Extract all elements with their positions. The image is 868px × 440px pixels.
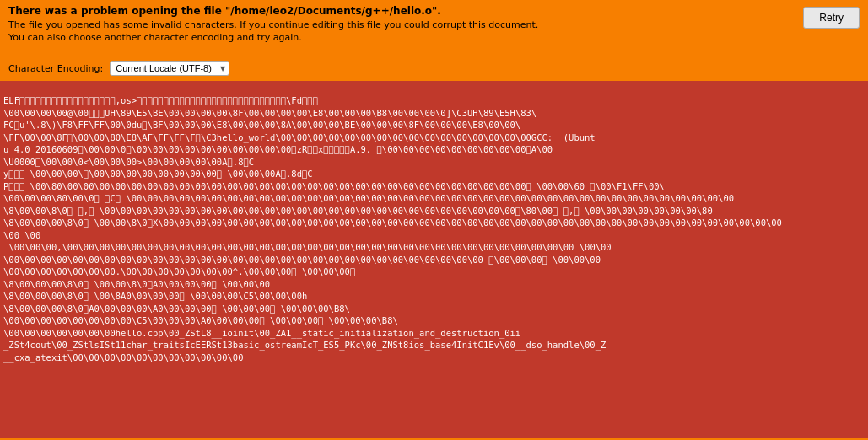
content-line: \00\00\00\00\00\00\00.\00\00\00\00\00\00… [0,266,868,277]
content-line: \00\00\00\00\00\00\00\00\00\00\00\00\00\… [0,254,868,266]
content-line: \00\00\00\00\00\00\00hello.cpp\00_ZStL8_… [0,327,868,339]
warning-desc: The file you opened has some invalid cha… [8,19,860,45]
content-line: \00\00\00\80\00\0   C  \00\00\00\00\00\0… [0,192,868,204]
warning-line1: The file you opened has some invalid cha… [8,19,538,30]
retry-button[interactable]: Retry [803,7,860,29]
content-line: \8\00\00\00\8\0  \00\00\8\0 X\00\00\00\0… [0,217,868,228]
content-line: \00\00\00,\00\00\00\00\00\00\00\00\00\00… [0,241,868,253]
content-line: u 4.0 20160609 \00\00\0 \00\00\00\00\00\… [0,143,868,155]
encoding-label: Character Encoding: [8,63,103,74]
content-line: \U0000 \00\00\0<\00\00\00>\00\00\00\00\0… [0,156,868,168]
content-line: \00 \00 [0,229,868,241]
content-line: \8\00\00\8\0   ,  \00\00\00\00\00\00\00\… [0,205,868,217]
content-line: \8\00\00\00\8\0  \00\00\8\0 A0\00\00\00 … [0,278,868,290]
content-area: ELF                  ,os>               … [0,81,868,438]
content-line: FC u'\.8\)\F8\FF\FF\00\0du \BF\00\00\00\… [0,119,868,131]
encoding-wrapper: Current Locale (UTF-8)UTF-8UTF-16ISO-885… [110,61,229,76]
content-line: ELF                  ,os>               … [0,94,868,106]
content-line: _ZSt4cout\00_ZStlsISt11char_traitsIcEERS… [0,339,868,351]
warning-bar: There was a problem opening the file "/h… [0,0,868,57]
content-line: \00\00\00\00\00\00\00\00\C5\00\00\00\A0\… [0,314,868,326]
content-line: \FF\00\00\8F \00\00\80\E8\AF\FF\FF\F \C3… [0,131,868,143]
content-line: __cxa_atexit\00\00\00\00\00\00\00\00\00\… [0,351,868,363]
warning-title: There was a problem opening the file "/h… [8,5,860,17]
content-line: P    \00\80\00\00\00\00\00\00\00\00\00\0… [0,180,868,192]
content-line: y    \00\00\00\ \00\00\00\00\00\00\00\00… [0,168,868,180]
encoding-select[interactable]: Current Locale (UTF-8)UTF-8UTF-16ISO-885… [110,61,229,76]
encoding-row: Character Encoding: Current Locale (UTF-… [0,57,868,81]
content-line: \8\00\00\00\8\0 A0\00\00\00\A0\00\00\00 … [0,303,868,314]
content-line: \00\00\00\00@\00   UH\89\E5\BE\00\00\00\… [0,107,868,119]
warning-line2: You can also choose another character en… [8,32,302,43]
content-line: \8\00\00\00\8\0  \00\8A0\00\00\00  \00\0… [0,290,868,302]
